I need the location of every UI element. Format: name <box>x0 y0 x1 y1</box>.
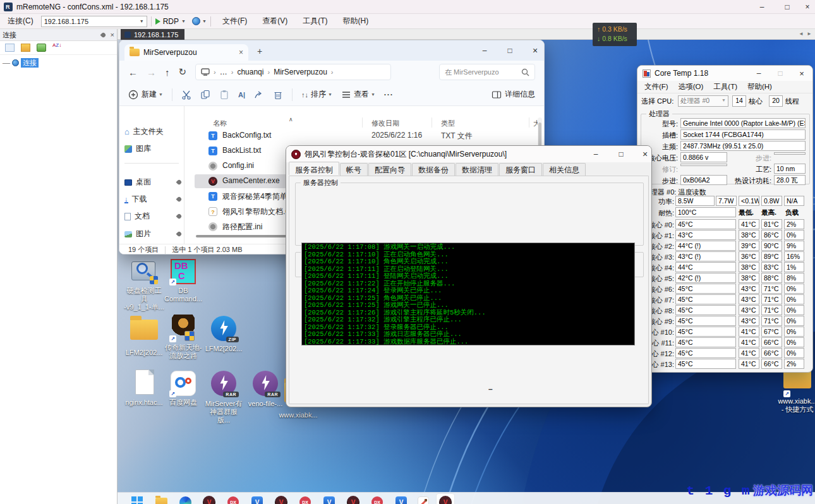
breadcrumb-chuanqi[interactable]: chuanqi <box>237 68 263 76</box>
taskbar-dx-button[interactable]: DX <box>226 495 241 504</box>
ct-menu-file[interactable]: 文件(F) <box>640 82 673 92</box>
taskbar-dx-button[interactable]: DX <box>370 495 385 504</box>
copy-icon[interactable] <box>200 90 210 100</box>
taskbar-paint-button[interactable] <box>416 495 431 504</box>
nav-documents[interactable]: 文档 <box>124 211 181 222</box>
tab-data-clean[interactable]: 数据清理 <box>456 163 498 176</box>
taskbar-vblue-button[interactable]: V <box>250 495 265 504</box>
session-tab[interactable]: 192.168.1.175 <box>121 29 184 40</box>
sort-button[interactable]: ↑↓ 排序▼ <box>301 89 332 100</box>
console-maximize-button[interactable]: □ <box>608 146 634 162</box>
breadcrumb[interactable]: › … › chuanqi › MirServerpuzou › <box>195 64 391 80</box>
menu-view[interactable]: 查看(V) <box>255 16 295 27</box>
cut-icon[interactable] <box>181 90 191 100</box>
file-row[interactable]: T BackConfig.txt 2025/6/22 1:16 TXT 文件 <box>184 128 540 143</box>
coretemp-close-button[interactable]: × <box>793 66 811 81</box>
pin-icon[interactable] <box>100 32 106 38</box>
desktop-icon-nginx-file[interactable]: nginx.htac... <box>124 369 164 407</box>
new-button[interactable]: 新建▼ <box>128 89 163 100</box>
desktop-icon-baidu-netdisk[interactable]: ↗ 百度网盘 <box>163 369 203 407</box>
tab-data-backup[interactable]: 数据备份 <box>412 163 455 176</box>
taskbar-vblue-button[interactable]: V <box>322 495 337 504</box>
more-options-icon[interactable]: ··· <box>384 90 394 99</box>
taskbar-vblue-button[interactable]: V <box>394 495 409 504</box>
new-connection-button[interactable] <box>5 44 15 52</box>
nav-home[interactable]: ⌂ 主文件夹 <box>124 126 181 137</box>
nav-pictures[interactable]: 图片 <box>124 229 181 239</box>
desktop-icon-legend-game[interactable]: ↗ 传奇新天地-流放之路 <box>163 315 203 360</box>
nav-gallery[interactable]: 图库 <box>124 143 181 154</box>
forward-icon[interactable]: → <box>147 67 156 78</box>
search-input[interactable]: 在 MirServerpuzo <box>439 64 535 80</box>
desktop-icon-lfm2-folder[interactable]: LFM2[202... <box>124 315 164 357</box>
column-type[interactable]: 类型 <box>441 119 455 128</box>
sort-az-icon[interactable]: AZ↓ <box>52 44 61 52</box>
collapse-handle[interactable]: – <box>488 385 493 393</box>
rename-icon[interactable]: A| <box>238 91 245 99</box>
view-button[interactable]: 查看▼ <box>341 89 375 100</box>
taskbar-active-engine-button[interactable]: V <box>438 495 453 504</box>
breadcrumb-current[interactable]: MirServerpuzou <box>274 68 327 76</box>
explorer-tab[interactable]: MirServerpuzou × <box>124 44 248 61</box>
console-minimize-button[interactable]: – <box>583 146 608 162</box>
explorer-close-button[interactable]: × <box>522 44 545 57</box>
tree-root-node[interactable]: 连接 <box>21 58 39 68</box>
protocol-select[interactable]: RDP ▼ <box>155 17 186 26</box>
connect-menu[interactable]: 连接(C) <box>0 16 41 27</box>
taskbar-dx-button[interactable]: DX <box>298 495 313 504</box>
connections-globe-button[interactable]: ▼ <box>192 17 207 25</box>
back-icon[interactable]: ← <box>128 67 138 78</box>
explorer-maximize-button[interactable]: □ <box>497 44 522 57</box>
app-minimize-button[interactable]: – <box>749 0 775 14</box>
refresh-icon[interactable]: ↻ <box>179 66 187 78</box>
coretemp-minimize-button[interactable]: – <box>749 66 769 81</box>
taskbar-engine-button[interactable]: V <box>202 495 217 504</box>
desktop-icon-disk-tool[interactable]: 硬盘检测工具-v9_1_1-单... <box>124 258 164 311</box>
app-maximize-button[interactable]: □ <box>775 0 800 14</box>
app-close-button[interactable]: × <box>800 0 815 14</box>
tab-scroll-left-icon[interactable]: ◄ <box>799 31 804 37</box>
server-log[interactable]: [2025/6/22 1:17:08] 游戏网关一启动完成... [2025/6… <box>301 243 635 345</box>
taskbar-start-button[interactable] <box>130 495 145 504</box>
quick-connect-input[interactable]: 192.168.1.175 ▼ <box>41 16 147 27</box>
horizontal-scrollbar[interactable] <box>196 235 291 237</box>
breadcrumb-ellipsis[interactable]: … <box>220 68 227 76</box>
explorer-minimize-button[interactable]: – <box>472 44 497 57</box>
ct-menu-help[interactable]: 帮助(H) <box>743 82 776 92</box>
share-icon[interactable] <box>254 90 264 100</box>
desktop-icon-mirserver-rar[interactable]: RAR MirServer有神器群服版... <box>203 369 244 424</box>
tab-scroll-right-icon[interactable]: ► <box>807 31 812 37</box>
taskbar-edge-button[interactable] <box>178 495 193 504</box>
menu-help[interactable]: 帮助(H) <box>335 16 377 27</box>
cpu-select-dropdown[interactable]: 处理器 #0▼ <box>678 95 728 107</box>
connect-button[interactable] <box>37 44 46 52</box>
console-close-button[interactable]: × <box>632 146 652 162</box>
menu-file[interactable]: 文件(F) <box>215 16 255 27</box>
tab-server-control[interactable]: 服务器控制 <box>289 162 339 175</box>
nav-downloads[interactable]: ↓ 下载 <box>124 194 181 205</box>
tab-close-icon[interactable]: × <box>239 48 243 57</box>
new-tab-button[interactable]: + <box>257 46 262 56</box>
tab-service-window[interactable]: 服务窗口 <box>499 163 542 176</box>
tab-account[interactable]: 帐号 <box>340 163 368 176</box>
details-pane-button[interactable]: 详细信息 <box>492 89 535 100</box>
tab-related-info[interactable]: 相关信息 <box>543 163 586 176</box>
ct-menu-tools[interactable]: 工具(T) <box>709 82 742 92</box>
menu-tools[interactable]: 工具(T) <box>295 16 335 27</box>
taskbar-engine-button[interactable]: V <box>346 495 361 504</box>
taskbar-engine-button[interactable]: V <box>274 495 289 504</box>
column-name[interactable]: 名称 <box>213 119 227 128</box>
desktop-icon-lfm2-zip[interactable]: ZIP LFM2[202... <box>203 315 244 353</box>
new-folder-button[interactable] <box>21 44 30 52</box>
nav-desktop[interactable]: 桌面 <box>124 177 181 188</box>
taskbar-explorer-button[interactable] <box>154 495 169 504</box>
ct-menu-options[interactable]: 选项(O) <box>674 82 708 92</box>
column-date[interactable]: 修改日期 <box>371 119 399 128</box>
desktop-icon-db-commander[interactable]: DB C ↗ DBCommand... <box>163 258 203 303</box>
paste-icon[interactable] <box>219 90 229 100</box>
close-panel-button[interactable]: × <box>111 31 114 39</box>
home-icon: ⌂ <box>124 127 130 136</box>
up-icon[interactable]: ↑ <box>165 67 170 78</box>
tab-config-wizard[interactable]: 配置向导 <box>368 163 411 176</box>
delete-icon[interactable] <box>273 90 283 100</box>
